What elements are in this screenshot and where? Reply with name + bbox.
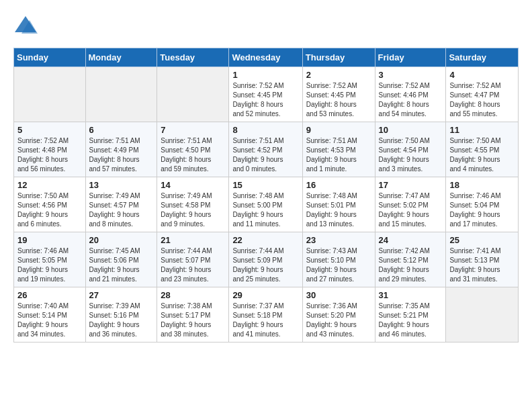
calendar-header-row: SundayMondayTuesdayWednesdayThursdayFrid… [14, 48, 519, 67]
calendar-cell: 31Sunrise: 7:35 AM Sunset: 5:21 PM Dayli… [375, 287, 446, 342]
calendar-cell: 16Sunrise: 7:48 AM Sunset: 5:01 PM Dayli… [302, 177, 375, 232]
calendar-cell: 25Sunrise: 7:41 AM Sunset: 5:13 PM Dayli… [446, 232, 519, 287]
calendar-cell: 12Sunrise: 7:50 AM Sunset: 4:56 PM Dayli… [14, 177, 86, 232]
day-number: 16 [306, 180, 371, 190]
day-number: 17 [379, 180, 443, 190]
calendar-cell: 7Sunrise: 7:51 AM Sunset: 4:50 PM Daylig… [157, 122, 229, 177]
day-number: 8 [232, 125, 298, 135]
day-number: 26 [17, 290, 82, 300]
day-number: 15 [232, 180, 298, 190]
day-info: Sunrise: 7:45 AM Sunset: 5:06 PM Dayligh… [89, 246, 154, 284]
header-wednesday: Wednesday [229, 48, 302, 67]
day-number: 27 [89, 290, 154, 300]
calendar-week-2: 12Sunrise: 7:50 AM Sunset: 4:56 PM Dayli… [14, 177, 519, 232]
calendar-cell: 30Sunrise: 7:36 AM Sunset: 5:20 PM Dayli… [302, 287, 375, 342]
calendar-cell: 6Sunrise: 7:51 AM Sunset: 4:49 PM Daylig… [85, 122, 157, 177]
day-info: Sunrise: 7:51 AM Sunset: 4:53 PM Dayligh… [306, 136, 371, 174]
day-info: Sunrise: 7:43 AM Sunset: 5:10 PM Dayligh… [306, 246, 371, 284]
calendar-cell [14, 67, 86, 122]
day-number: 29 [232, 290, 298, 300]
calendar-cell: 9Sunrise: 7:51 AM Sunset: 4:53 PM Daylig… [302, 122, 375, 177]
calendar-week-4: 26Sunrise: 7:40 AM Sunset: 5:14 PM Dayli… [14, 287, 519, 342]
day-number: 31 [379, 290, 443, 300]
day-number: 5 [17, 125, 82, 135]
logo-icon [13, 13, 38, 38]
calendar-cell: 11Sunrise: 7:50 AM Sunset: 4:55 PM Dayli… [446, 122, 519, 177]
day-number: 1 [232, 70, 298, 80]
calendar-cell: 24Sunrise: 7:42 AM Sunset: 5:12 PM Dayli… [375, 232, 446, 287]
day-info: Sunrise: 7:51 AM Sunset: 4:49 PM Dayligh… [89, 136, 154, 174]
calendar-cell: 29Sunrise: 7:37 AM Sunset: 5:18 PM Dayli… [229, 287, 302, 342]
day-info: Sunrise: 7:52 AM Sunset: 4:46 PM Dayligh… [379, 81, 443, 119]
day-number: 13 [89, 180, 154, 190]
day-info: Sunrise: 7:52 AM Sunset: 4:45 PM Dayligh… [306, 81, 371, 119]
day-info: Sunrise: 7:52 AM Sunset: 4:48 PM Dayligh… [17, 136, 82, 174]
day-info: Sunrise: 7:37 AM Sunset: 5:18 PM Dayligh… [232, 302, 298, 339]
header-thursday: Thursday [302, 48, 375, 67]
calendar-cell: 20Sunrise: 7:45 AM Sunset: 5:06 PM Dayli… [85, 232, 157, 287]
day-info: Sunrise: 7:51 AM Sunset: 4:52 PM Dayligh… [232, 136, 298, 174]
day-info: Sunrise: 7:50 AM Sunset: 4:54 PM Dayligh… [379, 136, 443, 174]
header-sunday: Sunday [14, 48, 86, 67]
calendar-cell: 5Sunrise: 7:52 AM Sunset: 4:48 PM Daylig… [14, 122, 86, 177]
calendar-cell: 10Sunrise: 7:50 AM Sunset: 4:54 PM Dayli… [375, 122, 446, 177]
calendar-cell: 19Sunrise: 7:46 AM Sunset: 5:05 PM Dayli… [14, 232, 86, 287]
header-tuesday: Tuesday [157, 48, 229, 67]
day-number: 12 [17, 180, 82, 190]
calendar-cell: 8Sunrise: 7:51 AM Sunset: 4:52 PM Daylig… [229, 122, 302, 177]
calendar-cell: 26Sunrise: 7:40 AM Sunset: 5:14 PM Dayli… [14, 287, 86, 342]
day-number: 22 [232, 235, 298, 245]
calendar-table: SundayMondayTuesdayWednesdayThursdayFrid… [13, 48, 519, 342]
day-info: Sunrise: 7:39 AM Sunset: 5:16 PM Dayligh… [89, 302, 154, 339]
day-info: Sunrise: 7:42 AM Sunset: 5:12 PM Dayligh… [379, 246, 443, 284]
day-info: Sunrise: 7:48 AM Sunset: 5:01 PM Dayligh… [306, 191, 371, 229]
calendar-week-1: 5Sunrise: 7:52 AM Sunset: 4:48 PM Daylig… [14, 122, 519, 177]
day-number: 24 [379, 235, 443, 245]
day-number: 21 [161, 235, 225, 245]
day-number: 7 [161, 125, 225, 135]
day-number: 4 [449, 70, 515, 80]
day-info: Sunrise: 7:48 AM Sunset: 5:00 PM Dayligh… [232, 191, 298, 229]
calendar-week-3: 19Sunrise: 7:46 AM Sunset: 5:05 PM Dayli… [14, 232, 519, 287]
day-info: Sunrise: 7:47 AM Sunset: 5:02 PM Dayligh… [379, 191, 443, 229]
calendar-cell: 1Sunrise: 7:52 AM Sunset: 4:45 PM Daylig… [229, 67, 302, 122]
day-number: 30 [306, 290, 371, 300]
day-number: 3 [379, 70, 443, 80]
day-info: Sunrise: 7:38 AM Sunset: 5:17 PM Dayligh… [161, 302, 225, 339]
day-number: 28 [161, 290, 225, 300]
calendar-cell: 21Sunrise: 7:44 AM Sunset: 5:07 PM Dayli… [157, 232, 229, 287]
calendar-week-0: 1Sunrise: 7:52 AM Sunset: 4:45 PM Daylig… [14, 67, 519, 122]
calendar-cell: 22Sunrise: 7:44 AM Sunset: 5:09 PM Dayli… [229, 232, 302, 287]
day-number: 23 [306, 235, 371, 245]
header-friday: Friday [375, 48, 446, 67]
day-number: 18 [449, 180, 515, 190]
calendar-cell: 27Sunrise: 7:39 AM Sunset: 5:16 PM Dayli… [85, 287, 157, 342]
day-info: Sunrise: 7:46 AM Sunset: 5:05 PM Dayligh… [17, 246, 82, 284]
day-info: Sunrise: 7:46 AM Sunset: 5:04 PM Dayligh… [449, 191, 515, 229]
day-number: 14 [161, 180, 225, 190]
header-saturday: Saturday [446, 48, 519, 67]
header-monday: Monday [85, 48, 157, 67]
day-number: 2 [306, 70, 371, 80]
calendar-cell: 17Sunrise: 7:47 AM Sunset: 5:02 PM Dayli… [375, 177, 446, 232]
day-number: 6 [89, 125, 154, 135]
calendar-cell: 13Sunrise: 7:49 AM Sunset: 4:57 PM Dayli… [85, 177, 157, 232]
day-info: Sunrise: 7:52 AM Sunset: 4:45 PM Dayligh… [232, 81, 298, 119]
calendar-cell [85, 67, 157, 122]
day-info: Sunrise: 7:49 AM Sunset: 4:57 PM Dayligh… [89, 191, 154, 229]
calendar-cell: 23Sunrise: 7:43 AM Sunset: 5:10 PM Dayli… [302, 232, 375, 287]
day-info: Sunrise: 7:50 AM Sunset: 4:55 PM Dayligh… [449, 136, 515, 174]
day-number: 10 [379, 125, 443, 135]
day-info: Sunrise: 7:52 AM Sunset: 4:47 PM Dayligh… [449, 81, 515, 119]
logo [13, 13, 40, 38]
calendar-cell: 3Sunrise: 7:52 AM Sunset: 4:46 PM Daylig… [375, 67, 446, 122]
day-info: Sunrise: 7:50 AM Sunset: 4:56 PM Dayligh… [17, 191, 82, 229]
page-header [13, 13, 519, 38]
day-info: Sunrise: 7:40 AM Sunset: 5:14 PM Dayligh… [17, 302, 82, 339]
calendar-cell: 28Sunrise: 7:38 AM Sunset: 5:17 PM Dayli… [157, 287, 229, 342]
day-info: Sunrise: 7:44 AM Sunset: 5:09 PM Dayligh… [232, 246, 298, 284]
day-number: 25 [449, 235, 515, 245]
calendar-cell [157, 67, 229, 122]
calendar-cell: 18Sunrise: 7:46 AM Sunset: 5:04 PM Dayli… [446, 177, 519, 232]
calendar-cell: 14Sunrise: 7:49 AM Sunset: 4:58 PM Dayli… [157, 177, 229, 232]
